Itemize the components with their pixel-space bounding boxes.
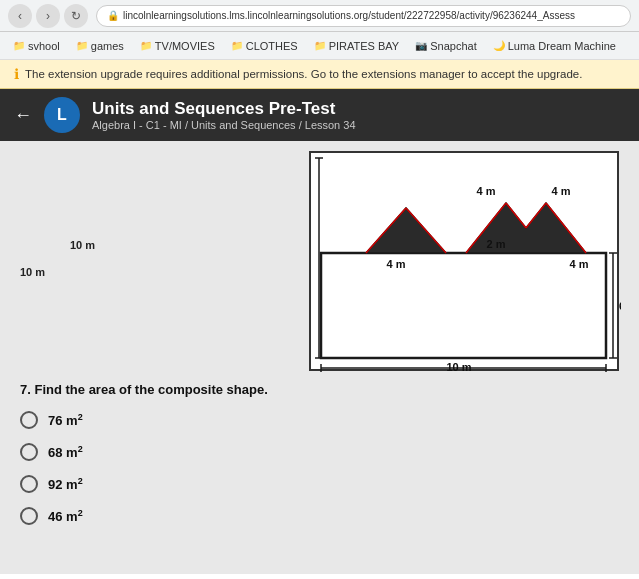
bookmark-games[interactable]: 📁 games <box>71 38 129 54</box>
radio-button-2[interactable] <box>20 443 38 461</box>
browser-nav: ‹ › ↻ <box>8 4 88 28</box>
bookmark-pirates[interactable]: 📁 PIRATES BAY <box>309 38 405 54</box>
address-bar[interactable]: 🔒 lincolnlearningsolutions.lms.lincolnle… <box>96 5 631 27</box>
bookmark-snapchat[interactable]: 📷 Snapchat <box>410 38 481 54</box>
luma-icon: 🌙 <box>493 40 505 51</box>
logo-letter: L <box>57 106 67 124</box>
radio-button-1[interactable] <box>20 411 38 429</box>
bookmark-label: TV/MOVIES <box>155 40 215 52</box>
svg-text:4 m: 4 m <box>570 258 589 270</box>
option-2[interactable]: 68 m2 <box>20 443 619 461</box>
bookmark-label: svhool <box>28 40 60 52</box>
folder-icon: 📁 <box>13 40 25 51</box>
url-text: lincolnlearningsolutions.lms.lincolnlear… <box>123 10 575 21</box>
header-text: Units and Sequences Pre-Test Algebra I -… <box>92 99 356 131</box>
question-text: 7. Find the area of the composite shape. <box>20 382 619 397</box>
folder-icon: 📁 <box>76 40 88 51</box>
svg-text:6 m: 6 m <box>619 300 621 312</box>
option-label-3: 92 m2 <box>48 476 83 492</box>
warning-bar: ℹ The extension upgrade requires additio… <box>0 60 639 89</box>
folder-icon: 📁 <box>314 40 326 51</box>
left-height-label: 10 m <box>20 266 45 278</box>
bookmark-label: Snapchat <box>430 40 476 52</box>
browser-bar: ‹ › ↻ 🔒 lincolnlearningsolutions.lms.lin… <box>0 0 639 32</box>
question-section: 7. Find the area of the composite shape.… <box>0 374 639 525</box>
svg-text:10 m: 10 m <box>446 361 471 373</box>
svg-marker-1 <box>366 208 446 253</box>
page-title: Units and Sequences Pre-Test <box>92 99 356 119</box>
page-header: ← L Units and Sequences Pre-Test Algebra… <box>0 89 639 141</box>
bookmarks-bar: 📁 svhool 📁 games 📁 TV/MOVIES 📁 CLOTHES 📁… <box>0 32 639 60</box>
bookmark-luma[interactable]: 🌙 Luma Dream Machine <box>488 38 621 54</box>
folder-icon: 📁 <box>231 40 243 51</box>
back-button[interactable]: ‹ <box>8 4 32 28</box>
bookmark-label: Luma Dream Machine <box>508 40 616 52</box>
svg-rect-0 <box>321 253 606 358</box>
bookmark-label: games <box>91 40 124 52</box>
logo-circle: L <box>44 97 80 133</box>
bookmark-label: CLOTHES <box>246 40 298 52</box>
info-icon: ℹ <box>14 66 19 82</box>
option-label-2: 68 m2 <box>48 444 83 460</box>
bookmark-svhool[interactable]: 📁 svhool <box>8 38 65 54</box>
option-4[interactable]: 46 m2 <box>20 507 619 525</box>
diagram-container: 4 m 4 m 4 m 2 m 4 m 6 m 10 m <box>309 151 619 371</box>
folder-icon: 📁 <box>140 40 152 51</box>
diagram-section: 10 m <box>0 151 639 371</box>
option-3[interactable]: 92 m2 <box>20 475 619 493</box>
option-1[interactable]: 76 m2 <box>20 411 619 429</box>
lock-icon: 🔒 <box>107 10 119 21</box>
bookmark-tvmovies[interactable]: 📁 TV/MOVIES <box>135 38 220 54</box>
option-label-4: 46 m2 <box>48 508 83 524</box>
back-button[interactable]: ← <box>14 105 32 126</box>
option-label-1: 76 m2 <box>48 412 83 428</box>
reload-button[interactable]: ↻ <box>64 4 88 28</box>
diagram-svg: 4 m 4 m 4 m 2 m 4 m 6 m 10 m <box>311 153 621 373</box>
svg-text:4 m: 4 m <box>477 185 496 197</box>
forward-button[interactable]: › <box>36 4 60 28</box>
snapchat-icon: 📷 <box>415 40 427 51</box>
page-subtitle: Algebra I - C1 - MI / Units and Sequence… <box>92 119 356 131</box>
bookmark-label: PIRATES BAY <box>329 40 400 52</box>
warning-text: The extension upgrade requires additiona… <box>25 68 582 80</box>
svg-text:4 m: 4 m <box>387 258 406 270</box>
svg-text:4 m: 4 m <box>552 185 571 197</box>
bookmark-clothes[interactable]: 📁 CLOTHES <box>226 38 303 54</box>
svg-text:2 m: 2 m <box>487 238 506 250</box>
radio-button-4[interactable] <box>20 507 38 525</box>
radio-button-3[interactable] <box>20 475 38 493</box>
